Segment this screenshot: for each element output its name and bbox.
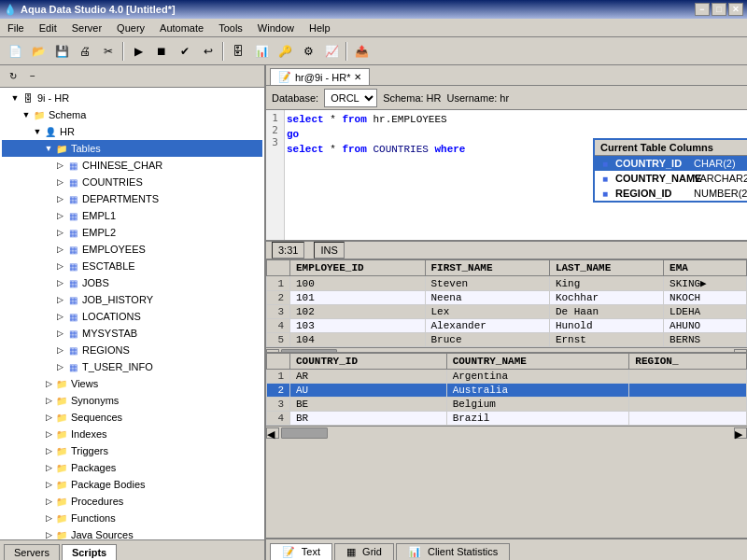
table-row[interactable]: 4 103 Alexander Hunold AHUNO [267,319,747,333]
menu-help[interactable]: Help [302,21,338,35]
col-header-email[interactable]: EMA [664,260,747,276]
toolbar-execute[interactable]: ▶ [127,40,149,63]
ac-row-2[interactable]: ■ REGION_ID NUMBER(22,0) [COUNTRIES] [595,186,747,201]
table-row[interactable]: 2 AU Australia [267,384,747,398]
toggle-sequences[interactable]: ▷ [43,412,54,423]
tree-table-countries[interactable]: ▷ ▦ COUNTRIES [2,174,262,190]
toolbar-open[interactable]: 📂 [27,40,49,63]
toggle-countries[interactable]: ▷ [54,176,65,188]
menu-server[interactable]: Server [64,21,109,35]
tree-table-tuserinfo[interactable]: ▷ ▦ T_USER_INFO [2,358,262,375]
toggle-tuserinfo[interactable]: ▷ [54,361,65,372]
col-header-countryname[interactable]: COUNTRY_NAME [446,354,629,370]
toggle-jobhistory[interactable]: ▷ [54,294,65,305]
tree-refresh[interactable]: ↻ [4,67,22,86]
tree-functions[interactable]: ▷ 📁 Functions [2,510,262,526]
toggle-jobs[interactable]: ▷ [54,277,65,288]
tree-table-empl1[interactable]: ▷ ▦ EMPL1 [2,207,262,224]
toggle-java-sources[interactable]: ▷ [43,529,54,539]
toggle-employees[interactable]: ▷ [54,244,65,255]
menu-automate[interactable]: Automate [152,21,211,35]
col-header-firstname[interactable]: FIRST_NAME [425,260,549,276]
col-header-countryid[interactable]: COUNTRY_ID [290,354,447,370]
tab-client-stats[interactable]: 📊 Client Statistics [396,543,510,560]
tree-java-sources[interactable]: ▷ 📁 Java Sources [2,526,262,539]
table-row[interactable]: 2 101 Neena Kochhar NKOCH [267,291,747,305]
tree-root[interactable]: ▼ 🗄 9i - HR [2,90,262,106]
tree-hr[interactable]: ▼ 👤 HR [2,123,262,140]
ac-row-1[interactable]: ■ COUNTRY_NAME VARCHAR2(40) [COUNTRIES] [595,171,747,186]
scroll-left-lower[interactable]: ◀ [266,427,279,439]
close-button[interactable]: ✕ [728,3,743,16]
toggle-triggers[interactable]: ▷ [43,445,54,456]
toggle-package-bodies[interactable]: ▷ [43,479,54,490]
toolbar-table[interactable]: 📊 [250,40,273,63]
tree-tables-folder[interactable]: ▼ 📁 Tables [2,140,262,157]
tree-packages[interactable]: ▷ 📁 Packages [2,459,262,476]
menu-file[interactable]: File [0,21,32,35]
tree-table-employees[interactable]: ▷ ▦ EMPLOYEES [2,241,262,258]
toggle-empl1[interactable]: ▷ [54,210,65,221]
table-row[interactable]: 5 104 Bruce Ernst BERNS [267,333,747,347]
scripts-tab[interactable]: Scripts [62,544,117,560]
database-select[interactable]: ORCL [324,89,377,107]
toggle-esctable[interactable]: ▷ [54,260,65,272]
tree-package-bodies[interactable]: ▷ 📁 Package Bodies [2,476,262,493]
tree-table-jobs[interactable]: ▷ ▦ JOBS [2,274,262,291]
menu-window[interactable]: Window [250,21,302,35]
toggle-procedures[interactable]: ▷ [43,496,54,507]
tree-table-regions[interactable]: ▷ ▦ REGIONS [2,342,262,358]
tree-synonyms[interactable]: ▷ 📁 Synonyms [2,392,262,409]
toolbar-save[interactable]: 💾 [50,40,73,63]
query-tab-close[interactable]: ✕ [354,72,361,82]
query-tab-hr[interactable]: 📝 hr@9i - HR* ✕ [270,68,370,85]
tree-table-jobhistory[interactable]: ▷ ▦ JOB_HISTORY [2,291,262,308]
toolbar-schema[interactable]: 🗄 [227,40,249,63]
table-row[interactable]: 1 AR Argentina [267,370,747,384]
tab-text[interactable]: 📝 Text [270,543,332,560]
table-row[interactable]: 1 100 Steven King SKING▶ [267,276,747,291]
lower-scrollbar-h[interactable]: ◀ ▶ [266,426,747,439]
tree-sequences[interactable]: ▷ 📁 Sequences [2,409,262,426]
tree-table-empl2[interactable]: ▷ ▦ EMPL2 [2,224,262,241]
tab-grid[interactable]: ▦ Grid [334,543,394,560]
toolbar-index[interactable]: 🔑 [274,40,296,63]
toggle-tables[interactable]: ▼ [43,143,54,154]
tree-procedures[interactable]: ▷ 📁 Procedures [2,493,262,510]
table-row[interactable]: 3 102 Lex De Haan LDEHA [267,305,747,319]
toggle-regions[interactable]: ▷ [54,344,65,356]
tree-triggers[interactable]: ▷ 📁 Triggers [2,442,262,459]
tree-indexes[interactable]: ▷ 📁 Indexes [2,426,262,442]
toolbar-print[interactable]: 🖨 [74,40,96,63]
toggle-views[interactable]: ▷ [43,378,54,389]
toggle-functions[interactable]: ▷ [43,512,54,524]
minimize-button[interactable]: − [695,3,710,16]
editor-area[interactable]: 1 2 3 select * from hr.EMPLOYEES go sele… [266,110,747,241]
col-header-lastname[interactable]: LAST_NAME [549,260,663,276]
toolbar-new[interactable]: 📄 [4,40,26,63]
tree-schema-node[interactable]: ▼ 📁 Schema [2,106,262,123]
tree-table-departments[interactable]: ▷ ▦ DEPARTMENTS [2,190,262,207]
menu-tools[interactable]: Tools [211,21,250,35]
table-row[interactable]: 3 BE Belgium [267,398,747,412]
toggle-departments[interactable]: ▷ [54,193,65,204]
toggle-hr[interactable]: ▼ [32,126,43,137]
menu-query[interactable]: Query [109,21,152,35]
col-header-empid[interactable]: EMPLOYEE_ID [290,260,426,276]
scroll-thumb-lower[interactable] [281,427,328,439]
toolbar-stop[interactable]: ⏹ [150,40,173,63]
toolbar-rollback[interactable]: ↩ [197,40,219,63]
toolbar-proc[interactable]: ⚙ [297,40,319,63]
toggle-root[interactable]: ▼ [9,92,21,104]
ac-row-0[interactable]: ■ COUNTRY_ID CHAR(2) [COUNTRIES] [595,156,747,171]
tree-table-locations[interactable]: ▷ ▦ LOCATIONS [2,308,262,325]
tree-table-esctable[interactable]: ▷ ▦ ESCTABLE [2,258,262,274]
toggle-schema-node[interactable]: ▼ [21,109,32,120]
servers-tab[interactable]: Servers [4,544,60,560]
tree-table-chinese[interactable]: ▷ ▦ CHINESE_CHAR [2,157,262,174]
toggle-chinese[interactable]: ▷ [54,160,65,171]
toggle-synonyms[interactable]: ▷ [43,395,54,406]
toolbar-cut[interactable]: ✂ [97,40,120,63]
scroll-right-lower[interactable]: ▶ [734,427,747,439]
tree-views[interactable]: ▷ 📁 Views [2,375,262,392]
